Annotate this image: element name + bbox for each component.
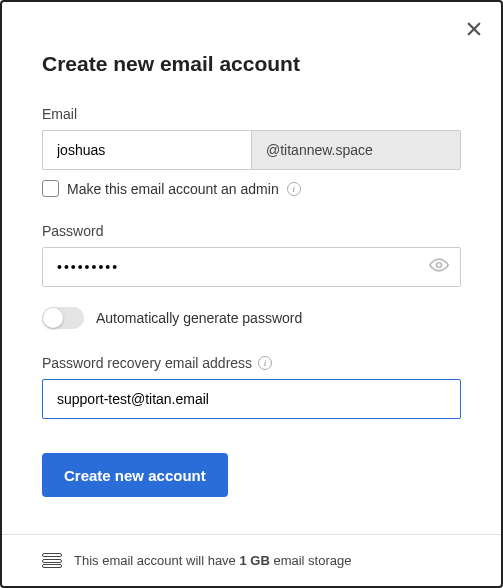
create-account-button[interactable]: Create new account	[42, 453, 228, 497]
email-label: Email	[42, 106, 461, 122]
storage-icon	[42, 553, 62, 568]
email-local-input[interactable]	[42, 130, 251, 170]
recovery-info-icon[interactable]: i	[258, 356, 272, 370]
email-domain-box: @titannew.space	[251, 130, 461, 170]
modal-title: Create new email account	[42, 52, 461, 76]
svg-point-2	[437, 263, 442, 268]
recovery-label-text: Password recovery email address	[42, 355, 252, 371]
toggle-knob	[43, 308, 63, 328]
storage-text: This email account will have 1 GB email …	[74, 553, 351, 568]
recovery-label: Password recovery email address i	[42, 355, 461, 371]
admin-checkbox[interactable]	[42, 180, 59, 197]
admin-checkbox-label: Make this email account an admin	[67, 181, 279, 197]
close-icon	[465, 20, 483, 38]
close-button[interactable]	[465, 20, 483, 42]
password-field-wrap	[42, 247, 461, 287]
storage-footer: This email account will have 1 GB email …	[2, 534, 501, 586]
eye-icon	[429, 255, 449, 275]
autogen-toggle-label: Automatically generate password	[96, 310, 302, 326]
email-row: @titannew.space	[42, 130, 461, 170]
autogen-toggle[interactable]	[42, 307, 84, 329]
create-email-modal: Create new email account Email @titannew…	[2, 2, 501, 497]
admin-info-icon[interactable]: i	[287, 182, 301, 196]
password-input[interactable]	[42, 247, 461, 287]
password-visibility-toggle[interactable]	[429, 255, 449, 279]
recovery-email-input[interactable]	[42, 379, 461, 419]
admin-checkbox-row: Make this email account an admin i	[42, 180, 461, 197]
autogen-toggle-row: Automatically generate password	[42, 307, 461, 329]
password-label: Password	[42, 223, 461, 239]
